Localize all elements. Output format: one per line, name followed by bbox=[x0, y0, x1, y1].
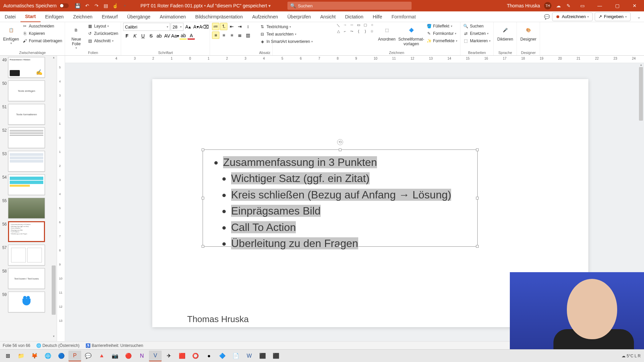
align-center-icon[interactable]: ≡ bbox=[220, 32, 227, 39]
align-right-icon[interactable]: ≡ bbox=[228, 32, 235, 39]
increase-font-icon[interactable]: A▴ bbox=[184, 23, 192, 31]
rotate-handle-icon[interactable]: ⟲ bbox=[337, 139, 343, 145]
tab-uebergaenge[interactable]: Übergänge bbox=[122, 11, 155, 22]
shape-tri-icon[interactable]: △ bbox=[335, 29, 341, 35]
handle-nw[interactable] bbox=[202, 148, 204, 151]
tab-ueberpruefen[interactable]: Überprüfen bbox=[283, 11, 316, 22]
bullet-item[interactable]: Wichtiger Satz (ggf. ein Zitat) bbox=[231, 172, 370, 184]
author-text[interactable]: Thomas Hruska bbox=[187, 314, 249, 324]
section-button[interactable]: ▤Abschnitt▾ bbox=[87, 38, 119, 44]
cloud-icon[interactable]: ☁ bbox=[555, 3, 561, 9]
thumbnails-scrollbar[interactable]: ▴ ▾ bbox=[51, 56, 57, 338]
decrease-font-icon[interactable]: A▾ bbox=[192, 23, 200, 31]
app-icon-5[interactable]: ⭕ bbox=[189, 351, 202, 361]
tab-bildschirmpraesentation[interactable]: Bildschirmpräsentation bbox=[191, 11, 248, 22]
thumbnail[interactable]: 59 bbox=[0, 292, 55, 312]
bullet-item[interactable]: Einprägsames Bild bbox=[231, 205, 321, 217]
columns-icon[interactable]: ▥ bbox=[244, 32, 252, 39]
undo-icon[interactable]: ↶ bbox=[84, 3, 90, 9]
italic-button[interactable]: K bbox=[131, 32, 139, 40]
font-color-icon[interactable]: A bbox=[187, 32, 195, 40]
shapes-gallery[interactable]: ＼→─▭▢○ △⌐⤳{}☆ bbox=[335, 23, 375, 42]
char-spacing-icon[interactable]: AV bbox=[163, 32, 171, 40]
tab-formformat[interactable]: Formformat bbox=[387, 11, 420, 22]
shape-effects-button[interactable]: ✨Formeffekte▾ bbox=[426, 38, 458, 44]
record-button[interactable]: ⏺Aufzeichnen▾ bbox=[552, 12, 593, 21]
underline-button[interactable]: U bbox=[139, 32, 147, 40]
thumbnail[interactable]: 51Texte formatieren bbox=[0, 104, 55, 125]
firefox-icon[interactable]: 🦊 bbox=[28, 351, 41, 361]
find-button[interactable]: 🔍Suchen bbox=[463, 23, 491, 29]
highlight-color-icon[interactable]: ab bbox=[179, 32, 187, 40]
thumbnail[interactable]: 55 bbox=[0, 198, 55, 219]
line-spacing-icon[interactable]: ↕ bbox=[244, 23, 252, 30]
accessibility-status[interactable]: ♿ Barrierefreiheit: Untersuchen bbox=[86, 343, 143, 348]
shape-fill-button[interactable]: 🪣Fülleffekt▾ bbox=[426, 23, 458, 29]
shape-brace1-icon[interactable]: { bbox=[356, 29, 362, 35]
align-text-button[interactable]: ⊟Text ausrichten▾ bbox=[259, 31, 314, 38]
thumbnail[interactable]: 49Präsentieren / Kleben✍ bbox=[0, 57, 55, 78]
pen-icon[interactable]: ✎ bbox=[566, 3, 572, 9]
shape-l-icon[interactable]: ⌐ bbox=[342, 29, 348, 35]
qat-customize-icon[interactable] bbox=[122, 3, 128, 9]
share-button[interactable]: ↗Freigeben▾ bbox=[595, 12, 631, 21]
thumbnail[interactable]: 58Text boxen / Text boxes bbox=[0, 268, 55, 289]
new-slide-button[interactable]: 🗎 Neue Folie ▾ bbox=[67, 23, 85, 50]
reset-button[interactable]: ↺Zurücksetzen bbox=[87, 30, 119, 37]
app-icon-6[interactable]: ● bbox=[203, 351, 215, 361]
save-icon[interactable]: 💾 bbox=[75, 3, 81, 9]
slideshow-start-icon[interactable]: ▤ bbox=[103, 3, 109, 9]
visio-icon[interactable]: V bbox=[149, 351, 162, 361]
ribbon-display-icon[interactable]: ▭ bbox=[576, 0, 589, 11]
bullet-item[interactable]: Call To Action bbox=[231, 221, 296, 233]
obs-icon[interactable]: ⬛ bbox=[270, 351, 282, 361]
thumbnail[interactable]: 50Texte einfügen bbox=[0, 80, 55, 101]
telegram-icon[interactable]: ✈ bbox=[162, 351, 175, 361]
justify-icon[interactable]: ≣ bbox=[236, 32, 244, 39]
bullet-list[interactable]: Zusammenfassung in 3 Punkten Wichtiger S… bbox=[203, 150, 477, 256]
layout-button[interactable]: ▦Layout▾ bbox=[87, 23, 119, 29]
search-box[interactable]: 🔍 bbox=[287, 2, 412, 10]
tab-dictation[interactable]: Dictation bbox=[340, 11, 368, 22]
search-input[interactable] bbox=[298, 3, 409, 8]
tab-hilfe[interactable]: Hilfe bbox=[368, 11, 387, 22]
maximize-icon[interactable]: ▢ bbox=[610, 0, 624, 11]
tab-aufzeichnen[interactable]: Aufzeichnen bbox=[248, 11, 283, 22]
start-menu-icon[interactable]: ⊞ bbox=[1, 351, 14, 361]
bullets-icon[interactable]: ≔ bbox=[212, 23, 219, 30]
shape-star-icon[interactable]: ☆ bbox=[369, 29, 375, 35]
chrome-icon[interactable]: 🌐 bbox=[42, 351, 54, 361]
thumbnail[interactable]: 52 bbox=[0, 127, 55, 148]
vlc-icon[interactable]: 🔺 bbox=[95, 351, 108, 361]
shape-arrow-icon[interactable]: → bbox=[342, 23, 348, 29]
thumbnail[interactable]: 53 bbox=[0, 151, 55, 172]
shadow-button[interactable]: ab bbox=[155, 32, 163, 40]
editor-scroll-handle[interactable] bbox=[639, 67, 643, 121]
edge-icon[interactable]: 🔵 bbox=[55, 351, 68, 361]
redo-icon[interactable]: ↷ bbox=[94, 3, 100, 9]
align-left-icon[interactable]: ≡ bbox=[212, 32, 219, 39]
replace-button[interactable]: ⇄Ersetzen▾ bbox=[463, 30, 491, 37]
handle-sw[interactable] bbox=[202, 245, 204, 248]
strike-button[interactable]: S bbox=[147, 32, 155, 40]
file-explorer-icon[interactable]: 📁 bbox=[15, 351, 28, 361]
weather-tray[interactable]: ☁ 5°C L R bbox=[622, 354, 641, 358]
font-name-select[interactable]: Calibri▾ bbox=[123, 23, 170, 31]
shape-circle-icon[interactable]: ○ bbox=[369, 23, 375, 29]
user-avatar[interactable]: TH bbox=[544, 2, 551, 9]
handle-n[interactable] bbox=[339, 148, 341, 151]
format-painter-button[interactable]: 🖌Format übertragen bbox=[21, 38, 63, 44]
cut-button[interactable]: ✂Ausschneiden bbox=[21, 23, 63, 29]
handle-e[interactable] bbox=[476, 197, 479, 199]
clear-format-icon[interactable]: A⌫ bbox=[200, 23, 208, 31]
slide-counter[interactable]: Folie 56 von 66 bbox=[3, 343, 30, 348]
handle-se[interactable] bbox=[476, 245, 479, 248]
app-icon-8[interactable]: 📄 bbox=[229, 351, 242, 361]
app-icon-4[interactable]: 🟥 bbox=[176, 351, 189, 361]
content-textbox[interactable]: ⟲ Zusammenfassung in 3 Punkten Wichtiger… bbox=[203, 149, 478, 247]
shape-rect-icon[interactable]: ▭ bbox=[356, 23, 362, 29]
shape-curve-icon[interactable]: ⤳ bbox=[348, 29, 355, 35]
onenote-icon[interactable]: N bbox=[136, 351, 148, 361]
app-icon-1[interactable]: 💬 bbox=[82, 351, 95, 361]
app-icon-7[interactable]: 🔷 bbox=[216, 351, 229, 361]
